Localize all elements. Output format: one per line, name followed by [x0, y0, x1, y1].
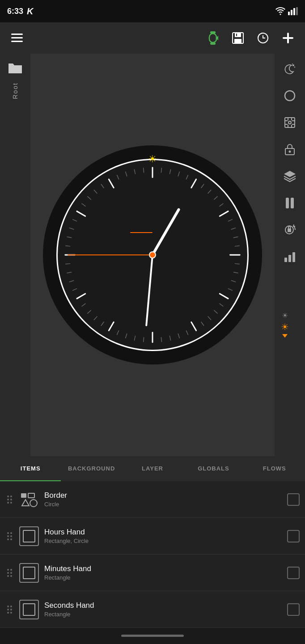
svg-line-44 [186, 330, 188, 335]
svg-rect-3 [296, 7, 298, 15]
lock-icon[interactable] [280, 140, 300, 159]
drag-handle-border[interactable] [5, 494, 14, 505]
svg-line-64 [66, 246, 70, 246]
svg-line-60 [69, 280, 73, 282]
svg-line-56 [88, 310, 91, 314]
svg-line-41 [208, 317, 211, 320]
svg-line-61 [67, 272, 72, 273]
svg-rect-90 [288, 229, 291, 232]
svg-line-39 [220, 304, 223, 306]
svg-line-53 [109, 322, 114, 330]
drag-handle-seconds[interactable] [5, 604, 14, 615]
svg-rect-13 [236, 34, 237, 36]
svg-rect-7 [209, 34, 216, 42]
minutes-hand-type: Rectangle [44, 574, 282, 581]
wifi-icon [275, 7, 285, 15]
svg-point-78 [292, 64, 294, 66]
pause-icon[interactable] [280, 193, 300, 213]
tab-items[interactable]: ITEMS [0, 456, 61, 481]
svg-line-42 [201, 322, 204, 326]
svg-line-67 [73, 220, 77, 221]
svg-line-46 [170, 336, 171, 340]
circle-icon[interactable] [280, 86, 300, 106]
svg-point-80 [292, 64, 293, 64]
right-sidebar [275, 54, 305, 456]
svg-rect-16 [283, 37, 293, 39]
tab-layer[interactable]: LAYER [122, 456, 183, 481]
minutes-hand-name: Minutes Hand [44, 564, 282, 573]
minutes-hand-info: Minutes Hand Rectangle [44, 564, 282, 581]
svg-rect-1 [291, 10, 292, 15]
minutes-hand-checkbox[interactable] [287, 567, 300, 579]
toolbar-left [9, 30, 25, 46]
svg-rect-6 [11, 41, 23, 42]
menu-button[interactable] [9, 30, 25, 46]
svg-line-26 [214, 196, 217, 199]
border-item-icon [19, 490, 39, 509]
folder-icon[interactable] [6, 59, 24, 77]
toolbar-right [205, 30, 296, 46]
svg-line-52 [117, 330, 119, 335]
svg-rect-88 [291, 198, 294, 208]
main-area: Root ☀ [0, 54, 305, 456]
svg-line-31 [233, 237, 238, 237]
items-list: Border Circle Hours Hand Rectangle, Circ… [0, 481, 305, 628]
tab-flows[interactable]: FLOWS [244, 456, 305, 481]
brightness-icon-dim: ☀ [282, 311, 288, 320]
svg-line-51 [126, 334, 127, 338]
svg-line-38 [220, 294, 228, 299]
second-hand-tail [130, 232, 152, 233]
tab-background[interactable]: BACKGROUND [61, 456, 122, 481]
svg-rect-5 [11, 37, 23, 38]
tabs-bar: ITEMS BACKGROUND LAYER GLOBALS FLOWS [0, 456, 305, 481]
moon-star-icon[interactable] [280, 59, 300, 79]
seconds-hand-info: Seconds Hand Rectangle [44, 601, 282, 618]
border-item-checkbox[interactable] [287, 493, 300, 506]
svg-line-32 [235, 246, 239, 246]
svg-line-70 [88, 196, 91, 199]
brightness-arrow [282, 334, 288, 338]
status-bar: 6:33 K [0, 0, 305, 22]
history-button[interactable] [255, 30, 271, 46]
hours-hand-checkbox[interactable] [287, 530, 300, 542]
tab-globals[interactable]: GLOBALS [183, 456, 244, 481]
svg-rect-4 [11, 34, 23, 35]
center-dot [149, 251, 156, 258]
drag-handle-hours[interactable] [5, 530, 14, 542]
svg-line-62 [66, 263, 70, 264]
svg-line-45 [178, 334, 179, 338]
seconds-hand-checkbox[interactable] [287, 603, 300, 616]
status-left: 6:33 K [7, 6, 33, 17]
svg-line-72 [101, 184, 104, 188]
list-item-seconds-hand[interactable]: Seconds Hand Rectangle [0, 591, 305, 628]
svg-line-68 [77, 211, 85, 216]
chart-icon[interactable] [280, 247, 300, 267]
svg-rect-96 [28, 493, 34, 498]
minutes-hand-icon [19, 563, 39, 583]
svg-rect-12 [234, 39, 241, 43]
svg-line-77 [144, 168, 144, 173]
add-button[interactable] [280, 30, 296, 46]
target-icon[interactable] [280, 113, 300, 132]
drag-handle-minutes[interactable] [5, 567, 14, 579]
list-item-border[interactable]: Border Circle [0, 481, 305, 518]
svg-rect-9 [210, 42, 216, 45]
layers-icon[interactable] [280, 166, 300, 186]
save-button[interactable] [230, 30, 246, 46]
toolbar [0, 22, 305, 54]
watch-icon-button[interactable] [205, 30, 221, 46]
list-item-minutes-hand[interactable]: Minutes Hand Rectangle [0, 555, 305, 591]
svg-line-49 [144, 337, 144, 342]
svg-rect-92 [288, 255, 291, 262]
svg-rect-97 [21, 493, 26, 498]
sun-icon-top: ☀ [148, 153, 157, 165]
svg-line-30 [231, 228, 235, 229]
list-item-hours-hand[interactable]: Hours Hand Rectangle, Circle [0, 518, 305, 555]
home-bar [121, 635, 184, 637]
border-item-info: Border Circle [44, 491, 282, 508]
svg-line-37 [228, 288, 232, 290]
canvas-area: ☀ [30, 54, 275, 456]
svg-marker-94 [22, 500, 29, 506]
rotation-lock-icon[interactable] [280, 220, 300, 240]
svg-point-83 [288, 121, 291, 124]
